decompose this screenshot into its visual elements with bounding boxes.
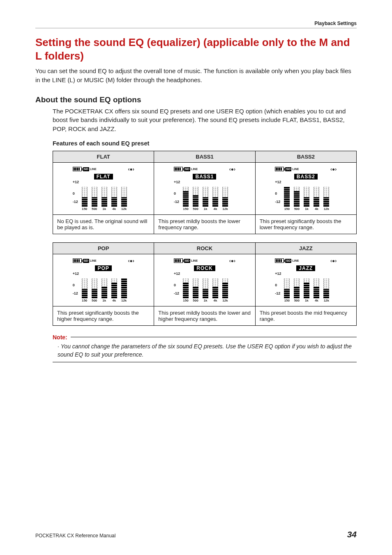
preset-description: This preset significantly boosts the hig… — [53, 306, 154, 325]
eq-tables-host: FLATBASS1BASS2SDLINE‹●›FLAT+120-12150500… — [53, 151, 357, 326]
battery-icon — [275, 258, 284, 263]
header-section-label: Playback Settings — [35, 21, 357, 26]
battery-icon — [73, 167, 82, 171]
lcd-display: SDLINE‹●›BASS1+120-121505001k4k12k — [174, 166, 235, 211]
intro-paragraph: You can set the sound EQ to adjust the o… — [35, 67, 357, 85]
page-footer: POCKETRAK CX Reference Manual 34 — [35, 530, 357, 539]
lcd-display: SDLINE‹●›FLAT+120-121505001k4k12k — [73, 166, 134, 211]
lcd-cell: SDLINE‹●›FLAT+120-121505001k4k12k — [53, 162, 154, 214]
battery-icon — [174, 167, 183, 171]
eq-bar-chart: +120-12 — [275, 181, 337, 207]
subheading: About the sound EQ options — [35, 95, 357, 104]
lcd-cell: SDLINE‹●›JAZZ+120-121505001k4k12k — [255, 254, 356, 306]
headphone-icon: ‹●› — [128, 258, 134, 264]
eq-preset-table: FLATBASS1BASS2SDLINE‹●›FLAT+120-12150500… — [53, 151, 357, 234]
eq-bar-chart: +120-12 — [275, 272, 337, 299]
headphone-icon: ‹●› — [330, 258, 337, 264]
note-label: Note: — [53, 334, 71, 341]
lcd-preset-name: FLAT — [94, 174, 113, 180]
preset-description: This preset mildly boosts the lower freq… — [154, 214, 255, 234]
page-title: Setting the sound EQ (equalizer) (applic… — [35, 36, 357, 62]
note-rule-icon — [71, 337, 357, 337]
headphone-icon: ‹●› — [229, 166, 235, 172]
lcd-preset-name: POP — [95, 265, 111, 271]
lcd-display: SDLINE‹●›POP+120-121505001k4k12k — [73, 258, 134, 302]
lcd-display: SDLINE‹●›BASS2+120-121505001k4k12k — [275, 166, 337, 211]
table-header: BASS1 — [154, 151, 255, 162]
headphone-icon: ‹●› — [128, 166, 134, 172]
note-text: · You cannot change the parameters of th… — [53, 342, 357, 363]
lcd-preset-name: JAZZ — [296, 265, 315, 271]
indented-content: The POCKETRAK CX offers six sound EQ pre… — [35, 107, 357, 363]
lcd-cell: SDLINE‹●›POP+120-121505001k4k12k — [53, 254, 154, 306]
eq-preset-table: POPROCKJAZZSDLINE‹●›POP+120-121505001k4k… — [53, 242, 357, 326]
lcd-cell: SDLINE‹●›BASS2+120-121505001k4k12k — [255, 162, 356, 214]
table-header: POP — [53, 242, 154, 254]
sd-line-indicator: SDLINE — [83, 167, 97, 171]
preset-description: This preset mildly boosts the lower and … — [154, 306, 255, 325]
note-block: Note: · You cannot change the parameters… — [53, 334, 357, 363]
battery-icon — [73, 258, 82, 263]
sd-line-indicator: SDLINE — [184, 167, 198, 171]
lcd-preset-name: ROCK — [194, 265, 215, 271]
page-number: 34 — [347, 530, 357, 539]
battery-icon — [275, 167, 284, 171]
sd-line-indicator: SDLINE — [83, 259, 97, 263]
page-header: Playback Settings — [35, 21, 357, 28]
eq-bar-chart: +120-12 — [73, 181, 134, 207]
preset-description: No EQ is used. The original sound will b… — [53, 214, 154, 234]
lcd-preset-name: BASS2 — [294, 174, 318, 180]
table-header: FLAT — [53, 151, 154, 162]
table-header: JAZZ — [255, 242, 356, 254]
lcd-display: SDLINE‹●›ROCK+120-121505001k4k12k — [174, 258, 235, 302]
sd-line-indicator: SDLINE — [184, 259, 198, 263]
footer-left: POCKETRAK CX Reference Manual — [35, 533, 115, 539]
eq-bar-chart: +120-12 — [174, 272, 235, 299]
preset-description: This preset boosts the mid frequency ran… — [255, 306, 356, 325]
headphone-icon: ‹●› — [330, 166, 337, 172]
lcd-cell: SDLINE‹●›ROCK+120-121505001k4k12k — [154, 254, 255, 306]
headphone-icon: ‹●› — [229, 258, 235, 264]
body-paragraph: The POCKETRAK CX offers six sound EQ pre… — [53, 107, 357, 134]
lcd-display: SDLINE‹●›JAZZ+120-121505001k4k12k — [275, 258, 337, 302]
battery-icon — [174, 258, 183, 263]
eq-bar-chart: +120-12 — [73, 272, 134, 299]
table-header: BASS2 — [255, 151, 356, 162]
table-header: ROCK — [154, 242, 255, 254]
eq-bar-chart: +120-12 — [174, 181, 235, 207]
sd-line-indicator: SDLINE — [285, 259, 299, 263]
sd-line-indicator: SDLINE — [285, 167, 299, 171]
lcd-preset-name: BASS1 — [193, 174, 216, 180]
features-label: Features of each sound EQ preset — [53, 140, 357, 147]
note-text-content: You cannot change the parameters of the … — [58, 343, 352, 358]
lcd-cell: SDLINE‹●›BASS1+120-121505001k4k12k — [154, 162, 255, 214]
preset-description: This preset significantly boosts the low… — [255, 214, 356, 234]
